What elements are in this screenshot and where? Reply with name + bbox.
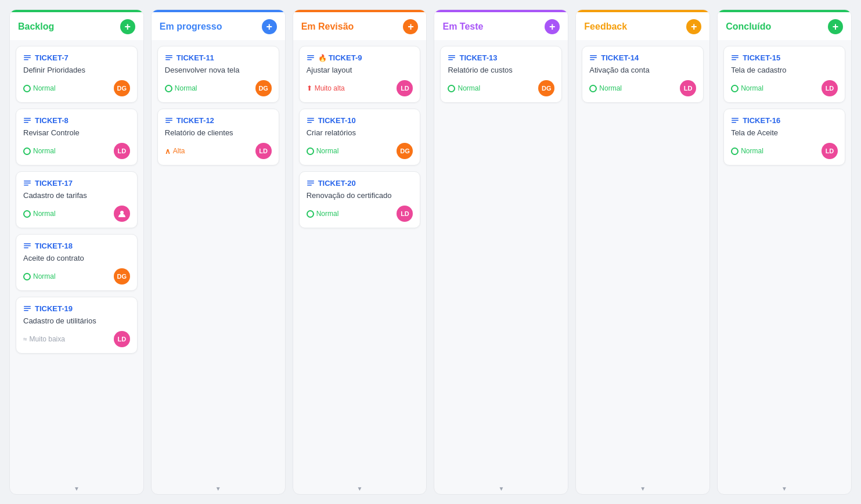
card[interactable]: TICKET-7Definir PrioridadesNormalDG [16,46,138,103]
ticket-id: TICKET-8 [35,116,69,125]
card[interactable]: TICKET-14Ativação da contaNormalLD [582,46,704,103]
ticket-icon [589,54,597,62]
add-card-button-em-revisao[interactable]: + [403,19,418,34]
svg-rect-7 [24,182,31,183]
card[interactable]: TICKET-12Relatório de clientes∧AltaLD [157,109,279,165]
priority-label: Normal [741,84,763,92]
svg-rect-23 [307,57,314,58]
priority-label: Normal [33,84,56,92]
ticket-id: TICKET-18 [35,242,73,250]
scroll-indicator: ▼ [718,483,851,494]
card-footer: NormalLD [23,143,130,159]
svg-rect-15 [24,310,28,311]
priority-alta-icon: ∧ [165,147,171,156]
add-card-button-em-teste[interactable]: + [545,19,560,34]
card[interactable]: TICKET-18Aceite do contratoNormalDG [16,234,138,291]
priority-badge: Normal [23,210,56,218]
ticket-id: TICKET-10 [318,116,356,125]
avatar: LD [397,80,413,96]
priority-label: Normal [33,210,56,218]
ticket-id: TICKET-16 [743,116,780,125]
card-ticket-row: TICKET-16 [731,116,838,125]
card[interactable]: TICKET-17Cadastro de tarifasNormal [16,171,138,228]
priority-normal-icon [23,147,31,155]
priority-label: Normal [741,147,763,155]
priority-label: Muito alta [315,84,345,92]
ticket-icon [165,117,173,125]
card-ticket-row: TICKET-14 [589,53,696,62]
ticket-id: TICKET-12 [176,116,214,125]
card[interactable]: TICKET-8Revisar ControleNormalLD [16,109,138,165]
card[interactable]: TICKET-20Renovação do certificadoNormalL… [299,171,421,228]
priority-badge: Normal [23,272,56,280]
svg-rect-36 [590,59,595,60]
card[interactable]: TICKET-16Tela de AceiteNormalLD [723,109,845,165]
svg-rect-6 [24,181,31,182]
ticket-id: TICKET-14 [601,53,639,62]
card[interactable]: TICKET-10Criar relatóriosNormalDG [299,109,421,165]
column-em-teste: Em Teste+TICKET-13Relatório de custosNor… [434,9,568,495]
column-header-feedback: Feedback+ [576,10,709,40]
column-header-em-revisao: Em Revisão+ [293,10,427,40]
priority-muito-alta-icon: ⬆ [307,84,312,92]
card-footer: NormalDG [23,268,130,285]
avatar: LD [255,143,272,159]
column-em-revisao: Em Revisão+🔥TICKET-9Ajustar layout⬆Muito… [293,9,427,495]
svg-rect-24 [307,59,312,60]
card[interactable]: TICKET-11Desenvolver nova telaNormalDG [157,46,279,103]
priority-badge: Normal [23,147,56,155]
svg-rect-38 [732,57,738,58]
priority-normal-icon [23,210,31,218]
column-title-em-progresso: Em progresso [160,21,222,32]
add-card-button-feedback[interactable]: + [686,19,701,34]
column-header-concluido: Concluído+ [718,10,851,40]
column-em-progresso: Em progresso+TICKET-11Desenvolver nova t… [151,9,286,495]
card-ticket-row: TICKET-11 [165,53,272,62]
svg-rect-20 [165,120,172,121]
avatar: DG [114,268,130,285]
priority-badge: ≈Muito baixa [23,335,65,343]
card-description: Definir Prioridades [23,66,130,74]
card-footer: NormalDG [307,143,413,159]
card-ticket-row: TICKET-15 [731,53,838,62]
ticket-icon [165,54,173,62]
priority-label: Muito baixa [30,335,65,343]
column-concluido: Concluído+TICKET-15Tela de cadastroNorma… [717,9,852,495]
card[interactable]: 🔥TICKET-9Ajustar layout⬆Muito altaLD [299,46,421,103]
priority-normal-icon [307,147,314,155]
card-description: Aceite do contrato [23,254,130,262]
scroll-indicator: ▼ [293,483,427,494]
add-card-button-concluido[interactable]: + [828,19,843,34]
add-card-button-em-progresso[interactable]: + [262,19,277,34]
card[interactable]: TICKET-13Relatório de custosNormalDG [440,46,562,103]
ticket-id: TICKET-7 [35,53,69,62]
card-description: Tela de Aceite [731,128,838,137]
ticket-id: 🔥TICKET-9 [318,53,362,62]
priority-badge: Normal [731,84,763,92]
avatar: LD [680,80,696,96]
column-header-backlog: Backlog+ [10,10,143,40]
kanban-board: Backlog+TICKET-7Definir PrioridadesNorma… [0,0,861,504]
card-footer: NormalLD [731,143,838,159]
svg-rect-19 [165,118,172,119]
priority-label: Normal [33,272,56,280]
priority-normal-icon [589,85,597,92]
avatar: DG [255,80,272,96]
svg-rect-30 [307,185,312,186]
column-header-em-teste: Em Teste+ [434,10,568,40]
card-footer: ⬆Muito altaLD [307,80,413,96]
priority-badge: Normal [307,210,339,218]
avatar: DG [114,80,130,96]
card-ticket-row: TICKET-13 [448,53,554,62]
add-card-button-backlog[interactable]: + [120,19,135,34]
priority-normal-icon [448,85,455,92]
card-description: Renovação do certificado [307,191,413,200]
card-ticket-row: TICKET-7 [23,53,130,62]
ticket-id: TICKET-19 [35,304,73,313]
svg-rect-11 [24,245,31,246]
priority-normal-icon [307,210,314,218]
card[interactable]: TICKET-15Tela de cadastroNormalLD [723,46,845,103]
card-footer: ∧AltaLD [165,143,272,159]
card[interactable]: TICKET-19Cadastro de utilitários≈Muito b… [16,297,138,354]
card-ticket-row: TICKET-8 [23,116,130,125]
